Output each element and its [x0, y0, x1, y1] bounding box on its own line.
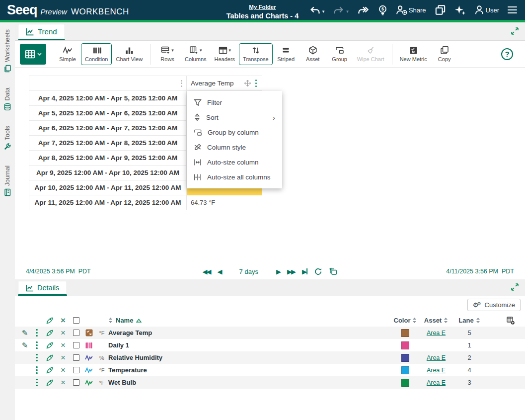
worksheets-panel-button[interactable] — [435, 4, 446, 15]
toolbar-rows-button[interactable]: ▾ Rows — [154, 43, 181, 65]
item-menu-icon[interactable] — [35, 365, 39, 375]
menu-item-filter[interactable]: Filter — [187, 95, 282, 110]
step-back-button[interactable]: ◀ — [218, 268, 222, 275]
sidebar-item-journal[interactable]: Journal — [3, 166, 11, 196]
remove-all-icon[interactable]: × — [57, 316, 70, 325]
menu-item-auto-size-all-columns[interactable]: Auto-size all columns — [187, 169, 282, 184]
investigate-icon[interactable] — [43, 366, 57, 374]
customize-button[interactable]: ⚙⚙ Customize — [467, 299, 521, 311]
toolbar-columns-button[interactable]: ▾ Columns — [181, 43, 210, 65]
toolbar-headers-button[interactable]: ▾ Headers — [211, 43, 239, 65]
hamburger-menu-button[interactable] — [508, 6, 517, 14]
menu-item-group-by-column[interactable]: Group by column — [187, 125, 282, 140]
color-swatch[interactable] — [401, 329, 409, 337]
remove-item-icon[interactable]: × — [57, 378, 70, 387]
remove-item-icon[interactable]: × — [57, 353, 70, 362]
value-ideas-button[interactable]: $ — [378, 5, 387, 15]
toolbar-new-metric-button[interactable]: New Metric — [396, 43, 431, 65]
remove-item-icon[interactable]: × — [57, 366, 70, 374]
menu-item-column-style[interactable]: Column style — [187, 140, 282, 155]
add-column-icon[interactable] — [506, 316, 515, 325]
toolbar-group-button[interactable]: Group — [326, 43, 353, 65]
select-item-checkbox[interactable] — [73, 330, 79, 336]
select-item-checkbox[interactable] — [73, 367, 79, 373]
item-menu-icon[interactable] — [35, 378, 39, 388]
details-col-lane[interactable]: Lane — [458, 317, 473, 324]
select-all-checkbox[interactable] — [73, 317, 79, 324]
toolbar-chart-view-button[interactable]: Chart View — [112, 43, 147, 65]
details-col-color[interactable]: Color — [394, 317, 411, 324]
color-swatch[interactable] — [401, 366, 409, 374]
edit-pencil-icon[interactable]: ✎ — [19, 329, 31, 337]
column-options-icon[interactable] — [254, 79, 258, 88]
sidebar-item-tools[interactable]: Tools — [3, 126, 11, 151]
share-button[interactable]: Share — [396, 5, 426, 15]
move-column-icon[interactable] — [244, 80, 251, 87]
investigate-icon[interactable] — [43, 379, 57, 387]
value-column-header[interactable]: Average Temp — [187, 76, 262, 91]
tab-trend[interactable]: Trend — [18, 24, 65, 40]
undo-caret-icon[interactable]: ▾ — [322, 9, 325, 14]
color-swatch[interactable] — [401, 354, 409, 362]
toolbar-copy-button[interactable]: Copy — [431, 43, 458, 65]
color-swatch[interactable] — [401, 341, 409, 349]
expand-trend-icon[interactable] — [511, 27, 519, 37]
asset-link[interactable]: Area E — [427, 354, 446, 361]
step-back-fast-button[interactable]: ◀◀ — [203, 268, 211, 275]
sidebar-item-worksheets[interactable]: Worksheets — [3, 29, 11, 73]
select-item-checkbox[interactable] — [73, 354, 79, 361]
redo-button[interactable]: ▾ — [333, 6, 349, 14]
ai-assistant-button[interactable] — [454, 4, 466, 16]
toolbar-condition-button[interactable]: Condition — [81, 43, 112, 65]
investigate-all-icon[interactable] — [43, 317, 57, 325]
duration-label[interactable]: 7 days — [239, 268, 258, 275]
lane-sort-icon[interactable] — [476, 317, 480, 324]
undo-button[interactable]: ▾ — [309, 6, 325, 14]
step-to-end-button[interactable]: ▶ — [302, 268, 308, 275]
name-sort-icon[interactable] — [108, 317, 113, 324]
asset-link[interactable]: Area E — [427, 330, 446, 336]
item-menu-icon[interactable] — [35, 353, 39, 363]
column-menu-icon[interactable] — [180, 79, 183, 88]
color-swatch[interactable] — [401, 379, 409, 387]
menu-item-auto-size-column[interactable]: Auto-size column — [187, 155, 282, 169]
sidebar-item-data[interactable]: Data — [3, 87, 11, 111]
refresh-button[interactable] — [314, 268, 322, 275]
details-col-name[interactable]: Name — [116, 317, 133, 324]
step-forward-button[interactable]: ▶ — [276, 268, 280, 275]
breadcrumb-my-folder[interactable]: My Folder — [249, 4, 276, 10]
remove-item-icon[interactable]: × — [57, 329, 70, 337]
tab-details[interactable]: Details — [18, 281, 67, 296]
edit-pencil-icon[interactable]: ✎ — [19, 341, 31, 350]
investigate-icon[interactable] — [43, 341, 57, 349]
asset-link[interactable]: Area E — [427, 379, 446, 386]
date-column-header[interactable] — [29, 76, 187, 91]
redo-caret-icon[interactable]: ▾ — [346, 9, 349, 14]
range-end[interactable]: 4/11/2025 3:56 PM PDT — [446, 268, 514, 275]
toolbar-wipe-chart-button[interactable]: Wipe Chart — [353, 43, 388, 65]
item-menu-icon[interactable] — [35, 328, 39, 338]
investigate-icon[interactable] — [43, 354, 57, 362]
user-menu-button[interactable]: User — [474, 5, 499, 15]
investigate-icon[interactable] — [43, 329, 57, 337]
asset-link[interactable]: Area E — [427, 367, 446, 374]
select-item-checkbox[interactable] — [73, 379, 79, 386]
rocket-icon — [46, 379, 54, 387]
range-start[interactable]: 4/4/2025 3:56 PM PDT — [26, 268, 91, 275]
item-menu-icon[interactable] — [35, 340, 39, 350]
toolbar-striped-button[interactable]: Striped — [273, 43, 300, 65]
remove-item-icon[interactable]: × — [57, 341, 70, 349]
menu-item-sort[interactable]: Sort › — [187, 110, 282, 125]
forward-button[interactable] — [357, 6, 370, 14]
table-mode-dropdown-button[interactable] — [20, 44, 46, 65]
asset-sort-icon[interactable] — [444, 317, 448, 324]
copy-range-button[interactable] — [329, 267, 337, 275]
expand-details-icon[interactable] — [511, 283, 519, 293]
step-forward-fast-button[interactable]: ▶▶ — [287, 268, 295, 275]
select-item-checkbox[interactable] — [73, 342, 79, 348]
details-col-asset[interactable]: Asset — [424, 317, 442, 324]
toolbar-transpose-button[interactable]: Transpose — [239, 43, 273, 65]
help-button[interactable]: ? — [501, 48, 513, 60]
toolbar-simple-button[interactable]: Simple — [54, 43, 81, 65]
toolbar-asset-button[interactable]: Asset — [300, 43, 326, 65]
